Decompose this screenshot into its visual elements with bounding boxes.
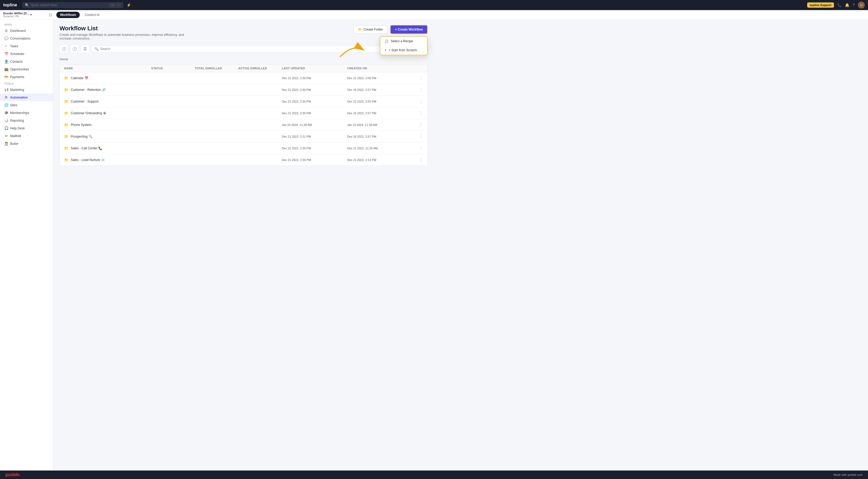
sidebar-item-sites[interactable]: 🌐 Sites [0, 101, 53, 109]
row-name[interactable]: 📁 Prospecting 🔍 [64, 134, 151, 139]
search-shortcut: Ctrl + K [109, 3, 121, 7]
search-input[interactable] [31, 3, 107, 7]
select-recipe-item[interactable]: 📋 Select a Recipe [380, 37, 427, 46]
tab-content-ai[interactable]: Content AI [81, 12, 103, 18]
row-folder-icon: 📁 [64, 76, 68, 80]
sites-icon: 🌐 [4, 103, 8, 107]
layout-icon[interactable]: ⊡ [49, 13, 52, 17]
row-created-on: Dec 21 2022, 11:25 AM [347, 147, 412, 150]
page-subtitle: Create and manage Workflows to automate … [60, 33, 192, 40]
account-selector[interactable]: Dunder Mifflin [D... Scranton, PA ▾ [3, 12, 46, 18]
search-icon-small: 🔍 [94, 47, 99, 51]
table-row: 📁 Sales - Lead Nurture 📧 Dec 21 2022, 2:… [60, 154, 427, 165]
row-last-updated: Jan 23 2024, 11:38 AM [282, 123, 347, 126]
tab-workflows[interactable]: Workflows [56, 12, 80, 18]
sidebar-label-reporting: Reporting [10, 119, 24, 123]
table-row: 📁 Customer Onboarding 🖥 Dec 21 2022, 2:3… [60, 107, 427, 119]
table-row: 📁 Customer - Support Dec 21 2022, 2:30 P… [60, 96, 427, 107]
col-status: Status [151, 67, 195, 70]
row-last-updated: Dec 21 2022, 2:30 PM [282, 158, 347, 162]
view-recent-btn[interactable]: 🕐 [60, 44, 68, 53]
sidebar-label-opportunities: Opportunities [10, 67, 29, 71]
row-more-actions[interactable]: ⋮ [412, 146, 423, 151]
table-search-box[interactable]: 🔍 [91, 46, 405, 52]
row-created-on: Dec 16 2022, 2:57 PM [347, 135, 412, 138]
row-name[interactable]: 📁 Customer Onboarding 🖥 [64, 111, 151, 115]
sidebar-item-scheduler[interactable]: 📅 Scheduler [0, 50, 53, 58]
breadcrumb: Home [60, 56, 428, 62]
row-created-on: Jan 23 2024, 11:38 AM [347, 123, 412, 126]
sidebar-item-mailfold[interactable]: ✉ Mailfold [0, 132, 53, 140]
sidebar-label-sites: Sites [10, 103, 17, 107]
row-created-on: Dec 16 2022, 2:57 PM [347, 88, 412, 91]
sidebar-label-scheduler: Scheduler [10, 52, 25, 56]
row-name[interactable]: 📁 Phone System [64, 123, 151, 127]
sidebar-item-helpdesk[interactable]: 🎧 Help Desk [0, 124, 53, 132]
create-folder-button[interactable]: 📁 Create Folder [353, 25, 388, 34]
row-folder-icon: 📁 [64, 134, 68, 139]
sidebar-item-payments[interactable]: 💳 Payments [0, 73, 53, 81]
sidebar: Apps ⊞ Dashboard 💬 Conversations ✓ Tasks… [0, 20, 53, 240]
row-name[interactable]: 📁 Customer - Retention 🔗 [64, 88, 151, 92]
helpdesk-icon: 🎧 [4, 126, 8, 130]
row-more-actions[interactable]: ⋮ [412, 122, 423, 127]
row-name-label: Customer Onboarding 🖥 [71, 111, 106, 115]
row-created-on: Dec 21 2022, 2:14 PM [347, 158, 412, 162]
chevron-down-icon: ▾ [30, 13, 32, 17]
row-name-label: Phone System [71, 123, 91, 127]
row-name-label: Sales - Lead Nurture 📧 [71, 158, 105, 162]
view-clock-btn[interactable]: 🕒 [70, 44, 79, 53]
sidebar-item-automation[interactable]: ⚙ Automation [0, 94, 53, 101]
tasks-icon: ✓ [4, 44, 8, 48]
col-name: Name [64, 67, 151, 70]
sidebar-item-memberships[interactable]: 🎓 Memberships [0, 109, 53, 117]
sidebar-item-reporting[interactable]: 📊 Reporting [0, 117, 53, 124]
toolbar: 🕐 🕒 ☰ 🔍 ⚙ Filters [60, 44, 428, 53]
start-from-scratch-item[interactable]: + + Start from Scratch [380, 46, 427, 55]
row-name[interactable]: 📁 Sales - Lead Nurture 📧 [64, 158, 151, 162]
lightning-icon[interactable]: ⚡ [126, 3, 131, 7]
sidebar-label-mailfold: Mailfold [10, 134, 21, 138]
row-name[interactable]: 📁 Customer - Support [64, 99, 151, 104]
view-list-btn[interactable]: ☰ [81, 44, 89, 53]
search-bar[interactable]: 🔍 Ctrl + K [22, 2, 123, 8]
row-more-actions[interactable]: ⋮ [412, 87, 423, 92]
sidebar-label-conversations: Conversations [10, 37, 31, 40]
sidebar-item-conversations[interactable]: 💬 Conversations [0, 35, 53, 42]
mailfold-icon: ✉ [4, 134, 8, 138]
col-created-on: Created On [347, 67, 412, 70]
table-row: 📁 Customer - Retention 🔗 Dec 21 2022, 2:… [60, 84, 427, 96]
row-name-label: Calendar 📅 [71, 76, 89, 80]
table-search-input[interactable] [100, 47, 402, 51]
scheduler-icon: 📅 [4, 52, 8, 56]
sidebar-label-tasks: Tasks [10, 44, 18, 48]
row-folder-icon: 📁 [64, 99, 68, 104]
row-folder-icon: 📁 [64, 146, 68, 150]
create-workflow-button[interactable]: + Create Workflow [390, 25, 428, 34]
row-more-actions[interactable]: ⋮ [412, 157, 423, 162]
sidebar-item-butler[interactable]: 🤵 Butler [0, 140, 53, 148]
topbar: topline 🔍 Ctrl + K ⚡ topline Support 📞 🔔… [0, 0, 434, 10]
row-more-actions[interactable]: ⋮ [412, 110, 423, 116]
row-name[interactable]: 📁 Sales - Call Center 📞 [64, 146, 151, 150]
sidebar-item-opportunities[interactable]: 💼 Opportunities [0, 65, 53, 73]
row-last-updated: Dec 21 2022, 2:30 PM [282, 88, 347, 91]
sidebar-item-contacts[interactable]: 👤 Contacts [0, 58, 53, 65]
create-workflow-dropdown: 📋 Select a Recipe + + Start from Scratch [380, 36, 428, 55]
sidebar-item-marketing[interactable]: 📢 Marketing [0, 86, 53, 94]
sidebar-item-dashboard[interactable]: ⊞ Dashboard [0, 27, 53, 35]
row-more-actions[interactable]: ⋮ [412, 99, 423, 104]
row-name[interactable]: 📁 Calendar 📅 [64, 76, 151, 80]
row-name-label: Sales - Call Center 📞 [71, 147, 102, 150]
sidebar-label-dashboard: Dashboard [10, 29, 26, 33]
row-name-label: Prospecting 🔍 [71, 135, 92, 138]
sidebar-label-memberships: Memberships [10, 111, 29, 115]
table-body: 📁 Calendar 📅 Dec 21 2022, 2:30 PM Dec 21… [60, 72, 427, 165]
col-last-updated: Last Updated [282, 67, 347, 70]
marketing-icon: 📢 [4, 88, 8, 92]
row-more-actions[interactable]: ⋮ [412, 75, 423, 81]
header-actions: 📁 Create Folder + Create Workflow 📋 Sele… [353, 25, 428, 34]
sidebar-item-tasks[interactable]: ✓ Tasks [0, 42, 53, 50]
row-more-actions[interactable]: ⋮ [412, 134, 423, 139]
tab-nav: Workflows Content AI [56, 12, 103, 18]
